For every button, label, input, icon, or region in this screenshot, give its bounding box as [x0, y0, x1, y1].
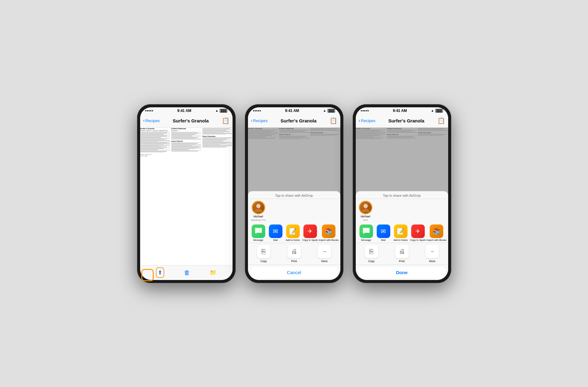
col3-line-16 [202, 142, 232, 143]
col2-line-20 [171, 149, 189, 150]
share-button-1[interactable]: ⬆ [156, 267, 164, 278]
airdrop-people-3: Michael Sent [356, 199, 448, 223]
back-arrow-icon-1: ‹ [143, 118, 145, 123]
app-spark-3[interactable]: ✈ Copy to Spark [409, 224, 427, 241]
app-ibooks-3[interactable]: 📚 Import with iBooks [427, 224, 447, 241]
recipe-columns-1: Surfer's Granola MAKES ABOUT 1 QUART (SE… [140, 128, 233, 265]
action-print-2[interactable]: 🖨 Print [280, 245, 308, 263]
print-label-3: Print [399, 260, 405, 263]
app-message-2[interactable]: Message [250, 224, 267, 241]
more-label-3: More [429, 260, 436, 263]
recipe-col-1-2: Grilled Flatbread MAKES 8 [171, 128, 201, 265]
col3-line-19 [202, 145, 220, 145]
col2-title-1: Grilled Flatbread [171, 128, 201, 130]
col1-line-20 [140, 146, 167, 147]
col2-line-3 [171, 134, 201, 134]
folder-button-1[interactable]: 📁 [210, 269, 217, 276]
app-notes-2[interactable]: 📝 Add to Notes [284, 224, 302, 241]
action-print-3[interactable]: 🖨 Print [388, 245, 416, 263]
print-icon-box-3: 🖨 [395, 245, 409, 258]
phone-3-screen: ●●●●● 9:41 AM ▲ ▓▓▓ ‹ Recipes Surfer's G… [356, 107, 448, 280]
svg-point-0 [256, 204, 261, 208]
battery-icon-3: ▓▓▓ [435, 109, 443, 113]
action-more-2[interactable]: ··· More [310, 245, 339, 263]
col1-line-6 [140, 136, 167, 136]
col1-sub-1: MAKES ABOUT 1 QUART (SERVES 8) [140, 130, 170, 132]
col1-line-17 [140, 144, 164, 145]
spark-icon-2: ✈ [303, 224, 317, 238]
action-copy-2[interactable]: ⎘ Copy [250, 245, 278, 263]
done-button-3[interactable]: Done [359, 267, 445, 278]
back-label-3: Recipes [361, 118, 375, 123]
col3-line-8 [202, 133, 232, 134]
col3-line-17 [202, 143, 226, 144]
app-icons-row-3: Message ✉ Mail 📝 [356, 223, 448, 243]
app-notes-3[interactable]: 📝 Add to Notes [392, 224, 409, 241]
app-mail-2[interactable]: ✉ Mail [267, 224, 284, 241]
back-button-3[interactable]: ‹ Recipes [359, 118, 375, 123]
col1-line-19 [140, 146, 161, 146]
col2-line-12 [171, 143, 198, 144]
wifi-icon-3: ▲ [431, 109, 434, 112]
col3-line-14 [202, 141, 223, 141]
cancel-button-2[interactable]: Cancel [251, 267, 337, 278]
status-bar-3: ●●●●● 9:41 AM ▲ ▓▓▓ [356, 107, 448, 114]
app-icons-row-2: Message ✉ Mail 📝 [248, 223, 340, 243]
nav-icon-2[interactable]: 📋 [330, 117, 337, 124]
airdrop-avatar-michael-2 [252, 201, 265, 214]
phone-1: ●●●●● 9:41 AM ▲ ▓▓▓ ‹ Recipes Surfer's G… [137, 104, 236, 283]
airdrop-name-3: Michael [361, 215, 370, 218]
col1-line-9 [140, 138, 170, 139]
col2-line-15 [171, 146, 192, 146]
col1-line-27 [140, 152, 164, 153]
col3-section-1: Green Charmoula [202, 135, 232, 137]
battery-area-2: ▲ ▓▓▓ [323, 109, 335, 113]
page-title-2: Surfer's Granola [281, 118, 317, 123]
app-mail-3[interactable]: ✉ Mail [375, 224, 392, 241]
airdrop-person-michael-3[interactable]: Michael Sent [359, 201, 372, 221]
signal-icon-3: ●●●●● [361, 109, 369, 112]
notes-icon-3: 📝 [394, 224, 408, 238]
app-ibooks-2[interactable]: 📚 Import with iBooks [319, 224, 339, 241]
airdrop-label-3: Tap to share with AirDrop [356, 191, 448, 199]
nav-icon-3[interactable]: 📋 [437, 117, 445, 124]
print-icon-3: 🖨 [399, 248, 405, 255]
nav-bar-1: ‹ Recipes Surfer's Granola 📋 [140, 114, 233, 128]
nav-icon-1[interactable]: 📋 [222, 117, 229, 124]
col3-line-22 [202, 147, 226, 147]
page-title-1: Surfer's Granola [173, 118, 209, 123]
more-icon-box-2: ··· [318, 245, 331, 258]
app-message-3[interactable]: Message [358, 224, 375, 241]
col1-line-11 [140, 140, 164, 140]
page-title-3: Surfer's Granola [388, 118, 424, 123]
ibooks-icon-3: 📚 [430, 224, 443, 238]
copy-label-2: Copy [260, 260, 267, 263]
recipe-col-1-3: Green Charmoula [202, 128, 232, 265]
copy-label-3: Copy [368, 260, 375, 263]
back-button-1[interactable]: ‹ Recipes [143, 118, 160, 123]
airdrop-sub-2: MacBook Pro [251, 219, 266, 221]
action-copy-3[interactable]: ⎘ Copy [358, 245, 386, 263]
back-button-2[interactable]: ‹ Recipes [251, 118, 268, 123]
app-spark-2[interactable]: ✈ Copy to Spark [302, 224, 319, 241]
battery-icon-1: ▓▓▓ [220, 109, 228, 113]
airdrop-name-2: Michael [253, 215, 263, 218]
action-more-3[interactable]: ··· More [418, 245, 446, 263]
trash-button-1[interactable]: 🗑 [184, 269, 190, 276]
col1-title-1: Surfer's Granola [140, 128, 170, 130]
more-icon-2: ··· [323, 248, 326, 255]
col2-line-14 [171, 145, 201, 145]
app-spark-label-3: Copy to Spark [410, 239, 426, 241]
col2-line-16 [171, 146, 201, 147]
col3-line-1 [202, 128, 232, 129]
airdrop-person-michael-2[interactable]: Michael MacBook Pro [251, 201, 266, 221]
wifi-icon-1: ▲ [215, 109, 218, 112]
col1-line-15 [140, 143, 167, 143]
col1-line-25 [140, 150, 170, 151]
mail-icon-3: ✉ [377, 224, 390, 238]
col2-line-19 [171, 149, 195, 149]
col2-line-2 [171, 133, 198, 133]
phone-2-wrapper: ●●●●● 9:41 AM ▲ ▓▓▓ ‹ Recipes Surfer's G… [245, 104, 343, 283]
col3-line-5 [202, 131, 232, 132]
bottom-toolbar-1: ⬆ 🗑 📁 [140, 265, 233, 280]
